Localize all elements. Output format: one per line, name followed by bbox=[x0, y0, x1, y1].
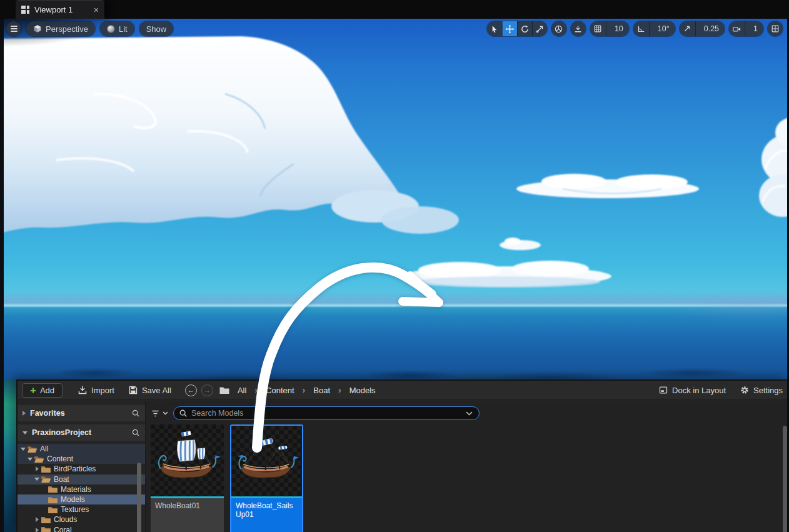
asset-grid: WholeBoat01Static Mesh WholeBoat_SailsUp… bbox=[151, 424, 789, 532]
tree-item-label: Content bbox=[47, 454, 73, 463]
tree-item-boat[interactable]: Boat bbox=[18, 474, 145, 484]
quad-view-icon bbox=[771, 24, 780, 33]
open-folder-icon bbox=[27, 445, 38, 453]
collapse-arrow-icon bbox=[23, 411, 26, 416]
sidebar-scrollbar[interactable] bbox=[137, 463, 141, 532]
search-input[interactable] bbox=[191, 409, 462, 418]
content-browser-sidebar: Favorites PraxinosProject AllContentBird… bbox=[18, 401, 146, 532]
nav-back-button[interactable]: ← bbox=[185, 384, 197, 396]
perspective-button[interactable]: Perspective bbox=[26, 21, 95, 36]
surface-snap-icon bbox=[573, 24, 583, 34]
scale-snap-control[interactable]: 0.25 bbox=[680, 21, 725, 36]
perspective-label: Perspective bbox=[46, 24, 88, 34]
unreal-editor-window: Viewport 1 × bbox=[0, 0, 789, 532]
scale-snap-value: 0.25 bbox=[700, 24, 725, 33]
expanded-arrow-icon[interactable] bbox=[20, 448, 26, 451]
breadcrumb-boat[interactable]: Boat bbox=[313, 386, 330, 395]
tab-viewport-1[interactable]: Viewport 1 × bbox=[16, 0, 104, 19]
open-folder-icon bbox=[41, 475, 51, 483]
chevron-down-icon bbox=[163, 411, 168, 415]
breadcrumb-content[interactable]: Content bbox=[266, 386, 294, 395]
cube-icon bbox=[33, 24, 42, 33]
closed-folder-icon bbox=[41, 526, 51, 532]
tree-item-label: Models bbox=[61, 495, 85, 504]
closed-folder-icon bbox=[41, 465, 51, 473]
filter-button[interactable] bbox=[151, 409, 168, 418]
lit-button[interactable]: Lit bbox=[100, 21, 134, 36]
world-gizmo-icon bbox=[554, 24, 563, 34]
rotate-icon bbox=[520, 24, 530, 34]
content-browser-toolbar: + Add Import Save All ← → All›Cont bbox=[18, 381, 789, 400]
coordinate-space-toggle[interactable] bbox=[551, 21, 566, 36]
show-button[interactable]: Show bbox=[139, 21, 174, 36]
import-icon bbox=[78, 385, 88, 395]
tab-bar: Viewport 1 × bbox=[0, 0, 789, 19]
close-icon[interactable]: × bbox=[94, 6, 99, 14]
tree-item-birdparticles[interactable]: BirdParticles bbox=[18, 464, 145, 474]
collapsed-arrow-icon[interactable] bbox=[34, 528, 40, 532]
pointer-icon bbox=[490, 24, 499, 34]
viewport-toolbar-right: 10 10° 0.25 bbox=[487, 21, 783, 36]
lit-label: Lit bbox=[119, 24, 128, 34]
breadcrumb-separator-icon: › bbox=[254, 385, 258, 395]
tree-item-label: Textures bbox=[61, 505, 89, 514]
add-button[interactable]: + Add bbox=[22, 383, 63, 398]
search-icon[interactable] bbox=[131, 409, 140, 418]
breadcrumb-all[interactable]: All bbox=[238, 386, 246, 395]
rotation-snap-control[interactable]: 10° bbox=[633, 21, 675, 36]
collapsed-arrow-icon[interactable] bbox=[34, 466, 40, 471]
expanded-arrow-icon[interactable] bbox=[34, 478, 40, 481]
expand-arrow-icon bbox=[23, 431, 28, 434]
asset-tile-WholeBoat_SailsUp01[interactable]: WholeBoat_SailsUp01Static Mesh bbox=[230, 424, 303, 532]
save-all-button[interactable]: Save All bbox=[128, 385, 171, 395]
tree-item-materials[interactable]: Materials bbox=[18, 484, 145, 494]
favorites-section-header[interactable]: Favorites bbox=[18, 405, 145, 421]
folder-tree: AllContentBirdParticlesBoatMaterialsMode… bbox=[18, 444, 145, 532]
tree-item-clouds[interactable]: Clouds bbox=[18, 514, 145, 524]
scale-tool-button[interactable] bbox=[532, 21, 547, 36]
project-section-header[interactable]: PraxinosProject bbox=[18, 424, 145, 441]
hamburger-icon bbox=[11, 26, 18, 32]
open-folder-icon bbox=[34, 455, 44, 463]
viewport-toolbar-left: Perspective Lit Show bbox=[6, 21, 173, 36]
content-browser-body: Favorites PraxinosProject AllContentBird… bbox=[18, 401, 789, 532]
content-browser-panel: + Add Import Save All ← → All›Cont bbox=[16, 379, 789, 532]
grid-snap-control[interactable]: 10 bbox=[590, 21, 629, 36]
dock-in-layout-button[interactable]: Dock in Layout bbox=[658, 385, 726, 395]
expanded-arrow-icon[interactable] bbox=[27, 458, 33, 461]
collapsed-arrow-icon[interactable] bbox=[34, 517, 40, 522]
boat-thumbnail-render bbox=[151, 424, 224, 496]
asset-view-scrollbar[interactable] bbox=[783, 426, 787, 532]
viewport-menu-button[interactable] bbox=[6, 21, 21, 36]
rotate-tool-button[interactable] bbox=[517, 21, 532, 36]
surface-snap-toggle[interactable] bbox=[571, 21, 586, 36]
search-dropdown-chevron-icon[interactable] bbox=[466, 411, 473, 416]
select-tool-button[interactable] bbox=[487, 21, 502, 36]
settings-button[interactable]: Settings bbox=[740, 385, 783, 395]
scale-icon bbox=[535, 24, 545, 34]
breadcrumb-models[interactable]: Models bbox=[349, 386, 376, 395]
breadcrumb-separator-icon: › bbox=[338, 385, 341, 395]
asset-tile-WholeBoat01[interactable]: WholeBoat01Static Mesh bbox=[151, 424, 224, 532]
import-button[interactable]: Import bbox=[78, 385, 114, 395]
camera-speed-control[interactable]: 1 bbox=[729, 21, 763, 36]
tree-item-coral[interactable]: Coral bbox=[18, 525, 145, 532]
tree-item-all[interactable]: All bbox=[18, 444, 145, 454]
tree-item-textures[interactable]: Textures bbox=[18, 504, 145, 514]
nav-forward-button[interactable]: → bbox=[201, 384, 213, 396]
asset-name: WholeBoat_SailsUp01 bbox=[236, 501, 298, 519]
closed-folder-icon bbox=[48, 496, 58, 504]
search-box bbox=[173, 406, 480, 420]
gear-icon bbox=[740, 385, 750, 395]
viewport-layout-button[interactable] bbox=[768, 21, 783, 36]
lit-sphere-icon bbox=[107, 25, 115, 33]
move-tool-button[interactable] bbox=[502, 21, 517, 36]
add-label: Add bbox=[40, 386, 54, 395]
search-icon[interactable] bbox=[131, 428, 140, 437]
tree-item-models[interactable]: Models bbox=[18, 494, 145, 504]
viewport-layout-icon bbox=[21, 6, 29, 14]
tree-item-content[interactable]: Content bbox=[18, 454, 145, 464]
camera-icon bbox=[729, 21, 745, 36]
asset-thumbnail bbox=[151, 424, 224, 496]
tree-item-label: Clouds bbox=[54, 515, 77, 524]
